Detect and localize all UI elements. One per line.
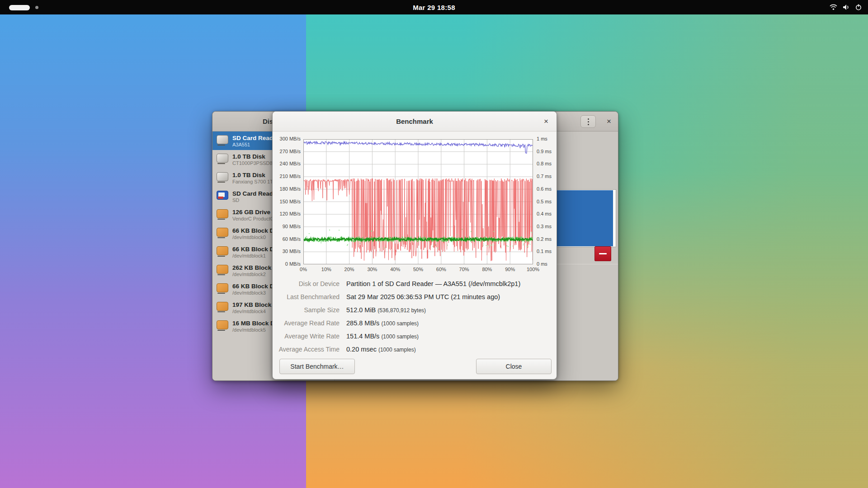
x-tick: 80% <box>476 267 498 272</box>
y-left-tick: 120 MB/s <box>273 211 301 216</box>
drive-gray-icon <box>217 172 228 181</box>
detail-row: Average Read Rate285.8 MB/s (1000 sample… <box>273 316 557 329</box>
y-left-tick: 90 MB/s <box>273 224 301 229</box>
detail-value: Partition 1 of SD Card Reader — A3A551 (… <box>346 280 520 287</box>
volume-icon <box>843 4 850 10</box>
detail-note: (1000 samples) <box>381 320 419 327</box>
detail-row: Average Write Rate151.4 MB/s (1000 sampl… <box>273 329 557 343</box>
y-left-tick: 150 MB/s <box>273 199 301 204</box>
x-tick: 60% <box>430 267 453 272</box>
close-button[interactable]: Close <box>476 359 552 374</box>
block-orange-icon <box>217 209 228 218</box>
minus-icon <box>599 253 607 254</box>
y-left-tick: 300 MB/s <box>273 136 301 141</box>
y-left-tick: 0 MB/s <box>273 261 301 267</box>
detail-row: Average Access Time0.20 msec (1000 sampl… <box>273 343 557 356</box>
block-orange-icon <box>217 302 228 311</box>
detail-value: 151.4 MB/s (1000 samples) <box>346 333 419 340</box>
detail-value: 512.0 MiB (536,870,912 bytes) <box>346 306 426 314</box>
detail-value: 285.8 MB/s (1000 samples) <box>346 319 419 327</box>
kebab-menu-icon <box>588 118 589 125</box>
x-tick: 40% <box>384 267 406 272</box>
y-right-tick: 0.9 ms <box>537 149 552 154</box>
x-tick: 70% <box>453 267 476 272</box>
clock[interactable]: Mar 29 18:58 <box>0 4 868 11</box>
detail-row: Last BenchmarkedSat 29 Mar 2025 06:36:53… <box>273 290 557 303</box>
delete-partition-button[interactable] <box>594 246 611 261</box>
detail-label: Last Benchmarked <box>273 293 340 300</box>
start-benchmark-button[interactable]: Start Benchmark… <box>279 359 355 374</box>
disks-close-button[interactable]: × <box>602 115 616 128</box>
block-orange-icon <box>217 265 228 274</box>
detail-label: Average Read Rate <box>273 319 340 327</box>
y-left-tick: 30 MB/s <box>273 249 301 254</box>
sd-card-icon <box>217 191 228 200</box>
benchmark-title: Benchmark <box>273 112 557 131</box>
detail-label: Disk or Device <box>273 280 340 287</box>
x-tick: 10% <box>315 267 338 272</box>
y-right-tick: 1 ms <box>537 136 547 141</box>
detail-label: Average Access Time <box>273 346 340 353</box>
detail-label: Sample Size <box>273 306 340 314</box>
benchmark-dialog: Benchmark × 300 MB/s270 MB/s240 MB/s210 … <box>272 111 557 380</box>
block-orange-icon <box>217 228 228 237</box>
detail-row: Sample Size512.0 MiB (536,870,912 bytes) <box>273 303 557 316</box>
block-orange-icon <box>217 320 228 329</box>
detail-note: (1000 samples) <box>378 347 416 353</box>
x-tick: 100% <box>522 267 544 272</box>
wifi-icon <box>830 4 837 10</box>
y-left-tick: 240 MB/s <box>273 161 301 166</box>
y-right-tick: 0 ms <box>537 261 547 267</box>
benchmark-chart <box>303 139 533 264</box>
detail-label: Average Write Rate <box>273 333 340 340</box>
drive-gray-icon <box>217 154 228 163</box>
y-left-tick: 60 MB/s <box>273 236 301 242</box>
power-icon <box>855 4 862 10</box>
y-right-tick: 0.8 ms <box>537 161 552 166</box>
detail-value: Sat 29 Mar 2025 06:36:53 PM UTC (21 minu… <box>346 293 500 300</box>
gnome-top-bar: Mar 29 18:58 <box>0 0 868 14</box>
detail-row: Disk or DevicePartition 1 of SD Card Rea… <box>273 277 557 290</box>
y-left-tick: 270 MB/s <box>273 149 301 154</box>
y-right-tick: 0.3 ms <box>537 224 552 229</box>
y-right-tick: 0.7 ms <box>537 174 552 179</box>
menu-button[interactable] <box>580 115 596 128</box>
y-right-tick: 0.5 ms <box>537 199 552 204</box>
y-right-tick: 0.2 ms <box>537 236 552 242</box>
y-left-tick: 180 MB/s <box>273 186 301 192</box>
x-tick: 20% <box>338 267 361 272</box>
detail-value: 0.20 msec (1000 samples) <box>346 346 416 353</box>
detail-note: (536,870,912 bytes) <box>377 307 426 314</box>
y-right-tick: 0.1 ms <box>537 249 552 254</box>
y-right-tick: 0.4 ms <box>537 211 552 216</box>
x-tick: 30% <box>361 267 383 272</box>
y-left-tick: 210 MB/s <box>273 174 301 179</box>
x-tick: 90% <box>499 267 521 272</box>
block-orange-icon <box>217 246 228 255</box>
block-orange-icon <box>217 283 228 292</box>
y-right-tick: 0.6 ms <box>537 186 552 192</box>
x-tick: 50% <box>407 267 429 272</box>
x-tick: 0% <box>292 267 315 272</box>
detail-note: (1000 samples) <box>381 333 419 340</box>
drive-gray-icon <box>217 135 228 144</box>
benchmark-headerbar[interactable]: Benchmark × <box>273 112 557 131</box>
system-tray[interactable] <box>830 0 862 14</box>
